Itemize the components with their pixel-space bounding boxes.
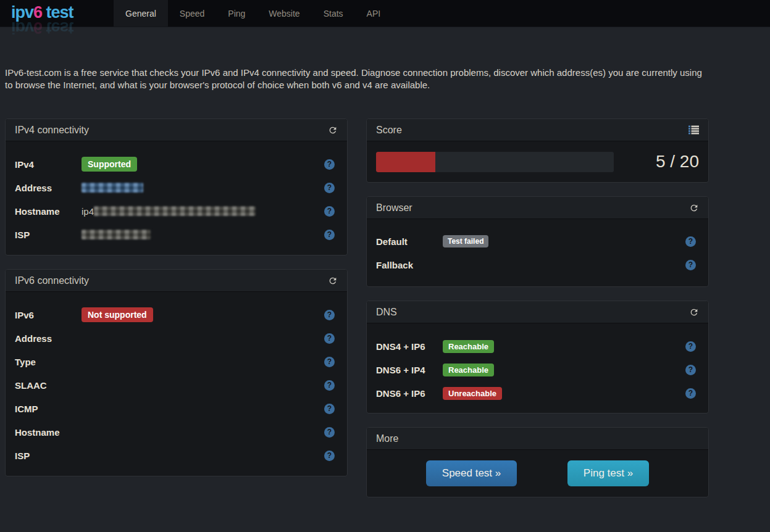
panel-browser-title: Browser — [376, 202, 412, 214]
row-ipv4: IPv4 Supported ? — [15, 152, 338, 176]
row-dns6-ip6: DNS6 + IP6 Unreachable ? — [376, 381, 699, 405]
refresh-icon[interactable] — [689, 307, 699, 317]
row-icmp: ICMP ? — [15, 397, 338, 420]
status-badge: Reachable — [443, 340, 494, 353]
panel-more-title: More — [376, 433, 398, 444]
refresh-icon[interactable] — [328, 125, 338, 135]
redacted-address — [82, 183, 143, 193]
row-fallback: Fallback ? — [376, 253, 699, 276]
row-label: Default — [376, 236, 443, 247]
nav-tabs: General Speed Ping Website Stats API — [114, 0, 392, 27]
status-badge: Reachable — [443, 364, 494, 376]
panel-browser-body: Default Test failed ? Fallback ? — [367, 219, 708, 286]
hostname-prefix: ip4 — [82, 206, 94, 217]
help-icon[interactable]: ? — [324, 380, 335, 391]
row-address: Address ? — [15, 326, 338, 350]
help-icon[interactable]: ? — [685, 260, 696, 270]
panel-ipv4-title: IPv4 connectivity — [15, 125, 89, 136]
status-badge: Test failed — [443, 235, 488, 247]
row-hostname: Hostname ? — [15, 420, 338, 444]
panel-score: Score 5 / 20 — [366, 118, 709, 183]
tab-website[interactable]: Website — [257, 0, 311, 27]
panel-ipv6-body: IPv6 Not supported ? Address ? Type ? SL… — [6, 292, 347, 476]
panel-more-header: More — [367, 428, 708, 450]
help-icon[interactable]: ? — [685, 236, 696, 247]
panel-ipv6-connectivity: IPv6 connectivity IPv6 Not supported ? A… — [5, 269, 348, 476]
row-type: Type ? — [15, 350, 338, 373]
row-label: ISP — [15, 451, 82, 461]
brand-logo[interactable]: ipv6 test ipv6 test — [11, 0, 104, 27]
status-badge: Not supported — [82, 307, 153, 322]
help-icon[interactable]: ? — [324, 310, 335, 320]
row-label: IPv4 — [15, 159, 82, 170]
panel-more-body: Speed test » Ping test » — [367, 450, 708, 497]
help-icon[interactable]: ? — [685, 388, 696, 399]
panel-dns-body: DNS4 + IP6 Reachable ? DNS6 + IP4 Reacha… — [367, 323, 708, 413]
row-dns6-ip4: DNS6 + IP4 Reachable ? — [376, 358, 699, 381]
intro-text: IPv6-test.com is a free service that che… — [5, 67, 703, 91]
help-icon[interactable]: ? — [324, 206, 335, 217]
row-ipv6: IPv6 Not supported ? — [15, 303, 338, 326]
row-label: Address — [15, 183, 82, 193]
row-label: DNS6 + IP4 — [376, 365, 443, 375]
tab-general[interactable]: General — [114, 0, 168, 27]
row-label: SLAAC — [15, 380, 82, 391]
help-icon[interactable]: ? — [324, 230, 335, 240]
speed-test-button[interactable]: Speed test » — [426, 460, 517, 486]
row-label: Hostname — [15, 206, 82, 217]
redacted-isp — [82, 230, 151, 239]
row-address: Address ? — [15, 176, 338, 199]
row-label: Address — [15, 333, 82, 344]
row-label: Fallback — [376, 260, 443, 270]
help-icon[interactable]: ? — [324, 333, 335, 344]
row-default: Default Test failed ? — [376, 230, 699, 253]
help-icon[interactable]: ? — [685, 365, 696, 375]
status-badge: Supported — [82, 157, 137, 172]
help-icon[interactable]: ? — [324, 159, 335, 170]
panel-score-body: 5 / 20 — [367, 141, 708, 182]
panel-score-header: Score — [367, 119, 708, 141]
tab-api[interactable]: API — [355, 0, 393, 27]
panel-ipv4-connectivity: IPv4 connectivity IPv4 Supported ? Addre… — [5, 118, 348, 256]
row-label: DNS6 + IP6 — [376, 388, 443, 399]
row-label: ISP — [15, 230, 82, 240]
panel-ipv4-header: IPv4 connectivity — [6, 119, 347, 141]
panel-dns-title: DNS — [376, 307, 397, 318]
row-dns4-ip6: DNS4 + IP6 Reachable ? — [376, 335, 699, 358]
refresh-icon[interactable] — [689, 203, 699, 213]
panel-browser: Browser Default Test failed ? Fallback ? — [366, 196, 709, 287]
tab-speed[interactable]: Speed — [168, 0, 216, 27]
left-column: IPv4 connectivity IPv4 Supported ? Addre… — [5, 118, 348, 511]
ping-test-button[interactable]: Ping test » — [567, 460, 649, 486]
help-icon[interactable]: ? — [324, 183, 335, 193]
help-icon[interactable]: ? — [324, 427, 335, 438]
score-value: 5 / 20 — [656, 152, 699, 172]
panel-ipv6-title: IPv6 connectivity — [15, 275, 89, 286]
panel-ipv6-header: IPv6 connectivity — [6, 270, 347, 292]
panel-browser-header: Browser — [367, 197, 708, 219]
brand-text: ipv6 test — [11, 3, 73, 22]
help-icon[interactable]: ? — [324, 451, 335, 461]
row-slaac: SLAAC ? — [15, 373, 338, 397]
tab-stats[interactable]: Stats — [312, 0, 355, 27]
score-progress-track — [376, 152, 614, 172]
list-icon[interactable] — [688, 125, 699, 135]
panel-dns: DNS DNS4 + IP6 Reachable ? DNS6 + IP4 Re… — [366, 301, 709, 414]
navbar: ipv6 test ipv6 test General Speed Ping W… — [0, 0, 770, 27]
row-isp: ISP ? — [15, 444, 338, 467]
tab-ping[interactable]: Ping — [216, 0, 257, 27]
help-icon[interactable]: ? — [324, 404, 335, 414]
help-icon[interactable]: ? — [685, 341, 696, 352]
panel-dns-header: DNS — [367, 301, 708, 323]
row-label: IPv6 — [15, 310, 82, 320]
row-isp: ISP ? — [15, 223, 338, 246]
score-progress-fill — [376, 152, 435, 172]
help-icon[interactable]: ? — [324, 357, 335, 367]
row-label: Type — [15, 357, 82, 367]
refresh-icon[interactable] — [328, 276, 338, 286]
row-hostname: Hostname ip4 ? — [15, 199, 338, 223]
row-label: ICMP — [15, 404, 82, 414]
right-column: Score 5 / 20 — [366, 118, 709, 511]
row-label: DNS4 + IP6 — [376, 341, 443, 352]
redacted-hostname — [94, 206, 256, 216]
